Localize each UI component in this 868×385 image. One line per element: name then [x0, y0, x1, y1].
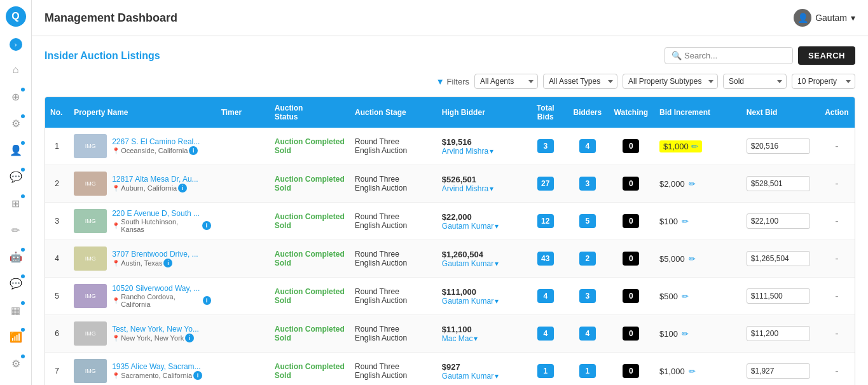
- users-nav-icon[interactable]: 👤: [8, 142, 24, 158]
- grid-nav-icon[interactable]: ⊞: [8, 196, 24, 211]
- cell-auction-stage: Round Three English Auction: [350, 203, 437, 240]
- edit-icon[interactable]: ✏: [689, 254, 696, 264]
- edit-icon[interactable]: ✏: [682, 329, 689, 339]
- pencil-nav-icon[interactable]: ✏: [8, 222, 24, 238]
- home-icon[interactable]: ⌂: [8, 62, 24, 78]
- chevron-down-icon: ▾: [474, 334, 478, 343]
- cell-auction-status: Auction Completed Sold: [270, 353, 350, 386]
- col-auction-stage: Auction Stage: [350, 97, 437, 128]
- col-high-bidder: High Bidder: [437, 97, 524, 128]
- search-input[interactable]: [684, 51, 786, 60]
- cell-no: 5: [45, 278, 69, 315]
- info-badge[interactable]: i: [202, 221, 211, 230]
- settings-nav-icon[interactable]: ⚙: [8, 116, 24, 131]
- cell-watching: 0: [608, 128, 654, 165]
- property-thumbnail: IMG: [74, 209, 107, 233]
- sold-status-label: Sold: [275, 259, 291, 267]
- speech-nav-icon[interactable]: 💬: [8, 276, 24, 291]
- action-dash[interactable]: -: [835, 215, 838, 226]
- cell-total-bids: 3: [524, 128, 567, 165]
- property-name-link[interactable]: 10520 Silverwood Way, ...: [112, 284, 210, 293]
- info-badge[interactable]: i: [185, 334, 194, 342]
- high-bidder-link[interactable]: Gautam Kumar ▾: [442, 259, 519, 268]
- gear2-nav-icon[interactable]: ⚙: [8, 356, 24, 371]
- property-thumbnail: IMG: [74, 359, 107, 383]
- location-pin-icon: 📍: [112, 335, 120, 342]
- col-watching: Watching: [608, 97, 654, 128]
- col-auction-status: AuctionStatus: [270, 97, 350, 128]
- next-bid-input[interactable]: [747, 251, 810, 266]
- high-bidder-link[interactable]: Gautam Kumar ▾: [442, 222, 519, 231]
- high-bidder-link[interactable]: Gautam Kumar ▾: [442, 297, 519, 306]
- signal-nav-icon[interactable]: 📶: [8, 329, 24, 344]
- asset-types-filter[interactable]: All Asset Types: [543, 74, 617, 89]
- action-dash[interactable]: -: [835, 253, 838, 264]
- table-row: 7 IMG 1935 Alice Way, Sacram... 📍 Sacram…: [45, 353, 855, 386]
- col-property-name: Property Name: [69, 97, 216, 128]
- property-name-link[interactable]: 12817 Alta Mesa Dr, Au...: [112, 175, 198, 184]
- high-bidder-link[interactable]: Arvind Mishra ▾: [442, 147, 519, 156]
- cell-action: -: [819, 278, 855, 315]
- next-bid-input[interactable]: [747, 326, 810, 341]
- edit-icon[interactable]: ✏: [689, 367, 696, 376]
- edit-icon[interactable]: ✏: [689, 179, 696, 189]
- edit-icon[interactable]: ✏: [682, 217, 689, 226]
- property-name-link[interactable]: 2267 S. El Camino Real...: [112, 137, 200, 146]
- sold-filter[interactable]: Sold: [723, 74, 787, 89]
- property-name-link[interactable]: 220 E Avenue D, South ...: [112, 209, 210, 218]
- cell-total-bids: 4: [524, 315, 567, 353]
- edit-icon[interactable]: ✏: [691, 142, 698, 151]
- agents-filter[interactable]: All Agents: [474, 74, 538, 89]
- auction-status-label: Auction Completed: [275, 250, 345, 259]
- info-badge[interactable]: i: [193, 371, 202, 380]
- bidders-badge: 3: [579, 177, 596, 191]
- high-bid-amount: $11,100: [442, 325, 519, 334]
- property-thumbnail: IMG: [74, 321, 107, 346]
- total-bids-badge: 4: [537, 289, 554, 303]
- high-bid-amount: $19,516: [442, 137, 519, 147]
- cell-no: 2: [45, 165, 69, 203]
- count-filter[interactable]: 10 Property: [792, 74, 855, 89]
- property-name-link[interactable]: 1935 Alice Way, Sacram...: [112, 362, 202, 371]
- cell-property: IMG 1935 Alice Way, Sacram... 📍 Sacramen…: [69, 353, 216, 386]
- property-thumbnail: IMG: [74, 134, 107, 158]
- search-button[interactable]: SEARCH: [798, 46, 855, 65]
- property-subtypes-filter[interactable]: All Property Subtypes: [623, 74, 718, 89]
- info-badge[interactable]: i: [178, 184, 187, 192]
- total-bids-badge: 27: [537, 177, 554, 191]
- search-input-wrap[interactable]: 🔍: [665, 47, 793, 64]
- user-menu[interactable]: 👤 Gautam ▾: [794, 9, 855, 27]
- layers-nav-icon[interactable]: ▦: [8, 302, 24, 318]
- cell-no: 6: [45, 315, 69, 353]
- action-dash[interactable]: -: [835, 328, 838, 339]
- next-bid-input[interactable]: [747, 176, 810, 191]
- cell-auction-stage: Round Three English Auction: [350, 128, 437, 165]
- info-badge[interactable]: i: [163, 259, 172, 267]
- high-bidder-link[interactable]: Gautam Kumar ▾: [442, 372, 519, 381]
- info-badge[interactable]: i: [189, 146, 198, 155]
- next-bid-input[interactable]: [747, 288, 810, 304]
- nav-expand-arrow[interactable]: ›: [10, 38, 22, 51]
- action-dash[interactable]: -: [835, 178, 838, 189]
- col-no: No.: [45, 97, 69, 128]
- action-dash[interactable]: -: [835, 140, 838, 151]
- next-bid-input[interactable]: [747, 363, 810, 379]
- info-badge[interactable]: i: [203, 296, 211, 305]
- property-name-link[interactable]: Test, New York, New Yo...: [112, 325, 199, 334]
- watching-badge: 0: [623, 252, 639, 266]
- action-dash[interactable]: -: [835, 365, 838, 376]
- property-name-link[interactable]: 3707 Brentwood Drive, ...: [112, 250, 198, 259]
- action-dash[interactable]: -: [835, 290, 838, 301]
- search-nav-icon[interactable]: ⊕: [8, 89, 24, 104]
- high-bidder-link[interactable]: Mac Mac ▾: [442, 334, 519, 343]
- edit-icon[interactable]: ✏: [682, 292, 689, 301]
- high-bidder-link[interactable]: Arvind Mishra ▾: [442, 184, 519, 193]
- next-bid-input[interactable]: [747, 213, 810, 229]
- next-bid-input[interactable]: [747, 138, 810, 154]
- auction-status-label: Auction Completed: [275, 212, 345, 221]
- robot-nav-icon[interactable]: 🤖: [8, 249, 24, 264]
- chat-nav-icon[interactable]: 💬: [8, 169, 24, 184]
- chevron-down-icon: ▾: [495, 297, 499, 306]
- app-logo[interactable]: Q: [6, 6, 26, 27]
- cell-watching: 0: [608, 353, 654, 386]
